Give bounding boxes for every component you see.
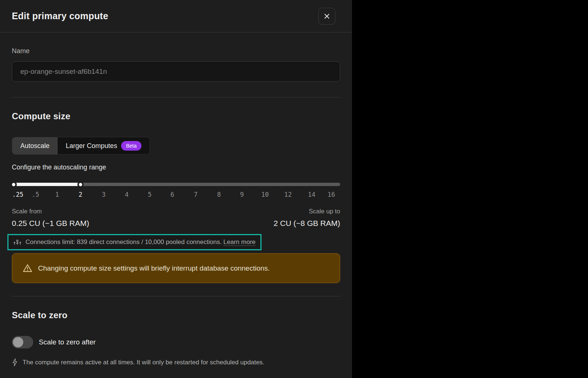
slider-tick-1: 1 [55,191,59,198]
tab-larger-computes-label: Larger Computes [66,142,117,150]
connections-limit-text: Connections limit: 839 direct connection… [25,238,256,246]
connections-limit-message: Connections limit: 839 direct connection… [25,238,222,245]
slider-tick-7: 7 [194,191,198,198]
connections-limit-note: Connections limit: 839 direct connection… [7,234,261,250]
scale-summary-row: Scale from 0.25 CU (~1 GB RAM) Scale up … [12,208,340,228]
slider-handle-min[interactable] [11,182,17,187]
slider-tick-8: 8 [217,191,221,198]
slider-tick-5: 5 [148,191,151,198]
slider-tick-.5: .5 [32,191,39,198]
scale-to-zero-toggle-row: Scale to zero after [12,336,340,348]
scale-to-zero-heading: Scale to zero [12,310,340,321]
slider-tick-.25: .25 [12,191,24,198]
close-icon [323,13,331,20]
compute-active-note: The compute remains active at all times.… [23,358,264,366]
modal-title: Edit primary compute [12,11,108,21]
autoscaling-range-caption: Configure the autoscaling range [12,163,340,171]
scale-from-block: Scale from 0.25 CU (~1 GB RAM) [12,208,89,228]
slider-tick-4: 4 [125,191,129,198]
slider-tick-14: 14 [308,191,315,198]
scale-up-to-value: 2 CU (~8 GB RAM) [274,219,340,228]
modal-content: Name Compute size Autoscale Larger Compu… [0,47,352,367]
scale-to-zero-toggle-label: Scale to zero after [39,338,96,346]
autoscaling-range-slider [12,183,340,186]
slider-tick-10: 10 [261,191,269,198]
close-button[interactable] [318,8,335,25]
warning-triangle-icon [23,264,33,273]
slider-handle-max[interactable] [78,182,83,187]
warning-text: Changing compute size settings will brie… [38,263,270,273]
learn-more-link[interactable]: Learn more [223,238,256,246]
slider-tick-9: 9 [240,191,244,198]
edit-primary-compute-modal: Edit primary compute Name Compute size A… [0,0,352,378]
tab-autoscale[interactable]: Autoscale [12,137,58,154]
compute-size-tabs: Autoscale Larger Computes Beta [12,137,150,155]
tab-autoscale-label: Autoscale [20,142,49,150]
scale-to-zero-toggle[interactable] [12,336,33,348]
tab-larger-computes[interactable]: Larger Computes Beta [58,137,150,154]
name-label: Name [12,47,340,55]
divider [12,97,340,97]
slider-fill [12,183,81,186]
compute-active-note-row: The compute remains active at all times.… [12,358,340,367]
beta-badge: Beta [121,141,141,151]
slider-tick-3: 3 [102,191,106,198]
user-connections-icon [13,238,21,246]
slider-tick-6: 6 [171,191,174,198]
scale-from-value: 0.25 CU (~1 GB RAM) [12,219,89,228]
slider-ticks: .25.512345678910121416 [12,191,340,199]
scale-up-to-block: Scale up to 2 CU (~8 GB RAM) [274,208,340,228]
slider-tick-16: 16 [328,191,335,198]
compute-warning-banner: Changing compute size settings will brie… [12,253,340,283]
divider [12,296,340,296]
compute-size-heading: Compute size [12,111,340,122]
modal-header: Edit primary compute [0,0,352,32]
scale-up-to-label: Scale up to [274,208,340,215]
scale-from-label: Scale from [12,208,89,215]
name-input[interactable] [12,61,340,82]
toggle-knob [13,337,23,347]
slider-tick-2: 2 [79,191,82,198]
slider-track[interactable] [12,183,340,186]
lightning-bolt-icon [12,358,18,367]
slider-tick-12: 12 [284,191,291,198]
